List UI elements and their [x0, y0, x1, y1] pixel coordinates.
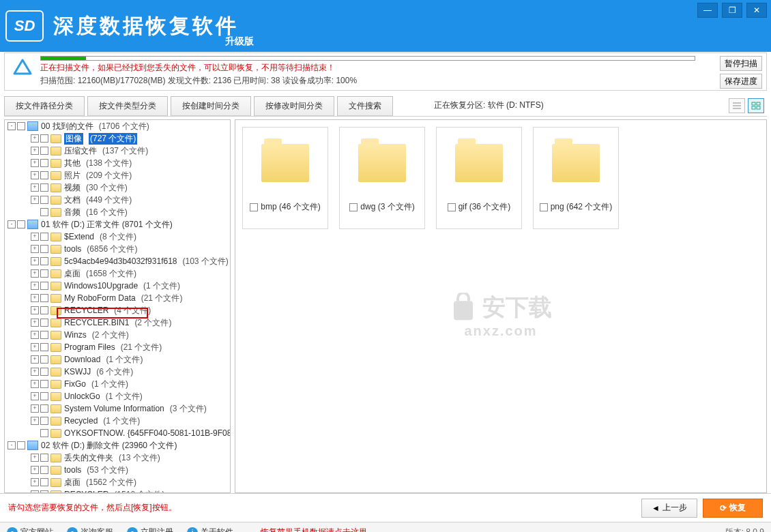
tree-node-found[interactable]: -00 找到的文件(1706 个文件): [5, 120, 230, 132]
tree-node[interactable]: +Winzs(2 个文件): [5, 329, 230, 341]
checkbox[interactable]: [40, 134, 48, 143]
save-progress-button[interactable]: 保存进度: [720, 74, 762, 89]
tree-node[interactable]: +Recycled(1 个文件): [5, 415, 230, 427]
checkbox[interactable]: [40, 282, 48, 290]
checkbox[interactable]: [40, 392, 48, 400]
link-official[interactable]: ●官方网站: [7, 527, 53, 532]
tree-node-photos[interactable]: +照片(209 个文件): [5, 169, 230, 181]
file-tree[interactable]: -00 找到的文件(1706 个文件) +图像(727 个文件) +压缩文件(1…: [4, 119, 231, 493]
link-register[interactable]: ●立即注册: [127, 527, 173, 532]
checkbox[interactable]: [40, 319, 48, 327]
expand-icon[interactable]: +: [31, 380, 39, 388]
checkbox[interactable]: [40, 269, 48, 278]
tree-node[interactable]: OYKSOFTNOW. {645FF040-5081-101B-9F08-00A: [5, 427, 230, 439]
tree-node[interactable]: +RECYCLER(4 个文件): [5, 304, 230, 316]
checkbox[interactable]: [40, 368, 48, 376]
prev-button[interactable]: ◄上一步: [641, 499, 697, 518]
tree-node-archives[interactable]: +压缩文件(137 个文件): [5, 145, 230, 157]
tree-node-videos[interactable]: +视频(30 个文件): [5, 181, 230, 194]
checkbox[interactable]: [40, 466, 48, 474]
expand-icon[interactable]: +: [31, 171, 39, 179]
close-button[interactable]: ✕: [746, 3, 767, 18]
checkbox[interactable]: [448, 203, 456, 211]
tree-node[interactable]: +RECYCLER(1510 个文件): [5, 488, 230, 493]
tree-node[interactable]: +丢失的文件夹(13 个文件): [5, 452, 230, 464]
expand-icon[interactable]: +: [31, 417, 39, 425]
checkbox[interactable]: [40, 417, 48, 425]
tree-node[interactable]: +FixGo(1 个文件): [5, 378, 230, 390]
checkbox[interactable]: [40, 208, 48, 216]
expand-icon[interactable]: +: [31, 269, 39, 278]
checkbox[interactable]: [540, 203, 548, 211]
minimize-button[interactable]: —: [697, 3, 718, 18]
expand-icon[interactable]: +: [31, 466, 39, 474]
expand-icon[interactable]: +: [31, 392, 39, 400]
checkbox[interactable]: [40, 355, 48, 364]
tree-node[interactable]: +$Extend(8 个文件): [5, 231, 230, 243]
tab-search[interactable]: 文件搜索: [337, 96, 393, 116]
tree-node[interactable]: +UnlockGo(1 个文件): [5, 390, 230, 402]
collapse-icon[interactable]: -: [8, 122, 16, 130]
expand-icon[interactable]: +: [31, 319, 39, 327]
tree-node-deleted[interactable]: -02 软件 (D:) 删除文件 (23960 个文件): [5, 439, 230, 452]
checkbox[interactable]: [349, 203, 358, 211]
tree-node[interactable]: +桌面(1658 个文件): [5, 267, 230, 280]
link-about[interactable]: i关于软件: [187, 527, 233, 532]
checkbox[interactable]: [40, 331, 48, 339]
pause-scan-button[interactable]: 暂停扫描: [720, 56, 762, 71]
maximize-button[interactable]: ❐: [722, 3, 742, 18]
checkbox[interactable]: [17, 441, 25, 449]
checkbox[interactable]: [17, 122, 25, 130]
checkbox[interactable]: [40, 294, 48, 302]
tree-node-other[interactable]: +其他(138 个文件): [5, 157, 230, 169]
checkbox[interactable]: [40, 404, 48, 413]
expand-icon[interactable]: +: [31, 343, 39, 351]
tree-node[interactable]: +桌面(1562 个文件): [5, 476, 230, 488]
expand-icon[interactable]: +: [31, 147, 39, 155]
checkbox[interactable]: [250, 203, 258, 211]
recover-button[interactable]: ⟳恢复: [703, 499, 763, 518]
checkbox[interactable]: [40, 490, 48, 493]
tab-by-path[interactable]: 按文件路径分类: [4, 96, 85, 116]
tree-node[interactable]: +My RoboForm Data(21 个文件): [5, 292, 230, 304]
expand-icon[interactable]: +: [31, 245, 39, 253]
collapse-icon[interactable]: -: [8, 220, 16, 228]
expand-icon[interactable]: +: [31, 306, 39, 314]
expand-icon[interactable]: +: [31, 331, 39, 339]
tree-node[interactable]: +System Volume Information(3 个文件): [5, 402, 230, 415]
checkbox[interactable]: [40, 454, 48, 462]
tree-node[interactable]: +Windows10Upgrade(1 个文件): [5, 280, 230, 292]
tab-by-created[interactable]: 按创建时间分类: [171, 96, 251, 116]
expand-icon[interactable]: +: [31, 294, 39, 302]
folder-item-dwg[interactable]: dwg (3 个文件): [339, 127, 425, 229]
expand-icon[interactable]: +: [31, 183, 39, 192]
tree-node[interactable]: +Program Files(21 个文件): [5, 341, 230, 353]
expand-icon[interactable]: +: [31, 233, 39, 241]
checkbox[interactable]: [40, 171, 48, 179]
checkbox[interactable]: [40, 245, 48, 253]
view-grid-button[interactable]: [748, 98, 764, 113]
checkbox[interactable]: [40, 159, 48, 167]
collapse-icon[interactable]: -: [8, 441, 16, 449]
expand-icon[interactable]: +: [31, 454, 39, 462]
expand-icon[interactable]: +: [31, 368, 39, 376]
expand-icon[interactable]: +: [31, 355, 39, 364]
expand-icon[interactable]: +: [31, 196, 39, 204]
checkbox[interactable]: [40, 380, 48, 388]
folder-item-gif[interactable]: gif (36 个文件): [436, 127, 522, 229]
checkbox[interactable]: [40, 147, 48, 155]
expand-icon[interactable]: +: [31, 490, 39, 493]
link-support[interactable]: ●咨询客服: [67, 527, 113, 532]
checkbox[interactable]: [17, 220, 25, 228]
link-iphone-recover[interactable]: 恢复苹果手机数据请点击这里: [261, 527, 367, 532]
checkbox[interactable]: [40, 196, 48, 204]
tree-node-docs[interactable]: +文档(449 个文件): [5, 194, 230, 206]
expand-icon[interactable]: +: [31, 404, 39, 413]
expand-icon[interactable]: +: [31, 478, 39, 486]
tree-node[interactable]: +Download(1 个文件): [5, 353, 230, 366]
folder-item-png[interactable]: png (642 个文件): [533, 127, 619, 229]
checkbox[interactable]: [40, 183, 48, 192]
expand-icon[interactable]: +: [31, 159, 39, 167]
tree-node[interactable]: +5c94acb4e94d3b4032f931f618(103 个文件): [5, 255, 230, 267]
file-grid[interactable]: bmp (46 个文件) dwg (3 个文件) gif (36 个文件) pn…: [235, 119, 767, 493]
